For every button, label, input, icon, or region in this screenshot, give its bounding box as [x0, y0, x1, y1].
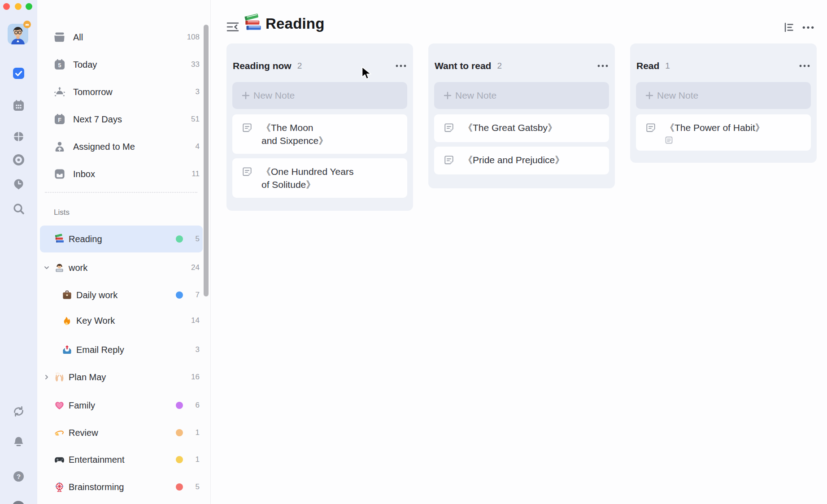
sidebar-list-daily-work[interactable]: Daily work7: [37, 282, 211, 308]
column-header: Read1: [636, 60, 810, 72]
books-icon: [54, 234, 65, 244]
sidebar-list-label: Brainstorming: [69, 482, 124, 492]
rail-help-button[interactable]: ?: [13, 470, 25, 482]
item-count: 5: [196, 482, 200, 491]
assigned-icon: [54, 141, 65, 152]
item-count: 7: [196, 291, 200, 300]
sidebar-item-assigned-to-me[interactable]: Assigned to Me4: [37, 133, 211, 160]
card-list: 《The Power of Habit》: [636, 114, 811, 151]
close-window-button[interactable]: [3, 3, 10, 10]
item-count: 33: [191, 60, 200, 69]
sidebar-list-reading[interactable]: Reading5: [37, 226, 211, 252]
sidebar: All1085Today33Tomorrow3FNext 7 Days51Ass…: [37, 0, 211, 504]
inbox-icon: [54, 168, 65, 180]
rail-calendar-button[interactable]: [13, 100, 25, 112]
technologist-icon: [54, 263, 65, 273]
item-count: 6: [196, 401, 200, 410]
heart-icon: [54, 400, 65, 411]
rail-search-button[interactable]: [13, 203, 25, 215]
card-title-line: 《Pride and Prejudice》: [463, 153, 564, 166]
note-card[interactable]: 《The Great Gatsby》: [434, 114, 609, 142]
more-icon[interactable]: [395, 62, 407, 70]
svg-text:5: 5: [58, 62, 61, 69]
column-title: Read: [636, 61, 659, 71]
sidebar-item-inbox[interactable]: Inbox11: [37, 161, 211, 187]
card-title-line: 《The Power of Habit》: [665, 121, 765, 134]
detail-indicator-icon: [665, 136, 673, 144]
note-card[interactable]: 《Pride and Prejudice》: [434, 147, 609, 174]
more-icon[interactable]: [799, 62, 810, 70]
sidebar-list-entertainment[interactable]: Entertainment1: [37, 446, 211, 473]
new-note-label: New Note: [253, 90, 295, 101]
chevron-down-icon[interactable]: [44, 265, 50, 271]
next7-icon: F: [54, 113, 65, 125]
list-color-dot: [176, 402, 183, 409]
card-title: 《The Great Gatsby》: [463, 121, 557, 134]
card-list: 《The Moonand Sixpence》《One Hundred Years…: [232, 114, 407, 198]
sidebar-item-next-7-days[interactable]: FNext 7 Days51: [37, 106, 211, 133]
sidebar-item-label: Next 7 Days: [73, 114, 122, 125]
card-title-line: of Solitude》: [261, 178, 353, 191]
new-note-button[interactable]: New Note: [434, 82, 609, 109]
rail-notifications-button[interactable]: [13, 436, 25, 448]
sidebar-list-work[interactable]: work24: [37, 254, 211, 281]
sidebar-item-today[interactable]: 5Today33: [37, 51, 211, 78]
card-body: 《Pride and Prejudice》: [463, 153, 564, 166]
plus-icon: [241, 91, 250, 100]
sidebar-list-family[interactable]: Family6: [37, 392, 211, 419]
chevron-right-icon[interactable]: [44, 374, 50, 380]
sidebar-list-plan-may[interactable]: Plan May16: [37, 364, 211, 391]
new-note-button[interactable]: New Note: [232, 82, 407, 109]
sidebar-list-key-work[interactable]: Key Work14: [37, 307, 211, 334]
sidebar-item-tomorrow[interactable]: Tomorrow3: [37, 78, 211, 105]
item-count: 5: [196, 235, 200, 243]
rail-focus-button[interactable]: [13, 178, 25, 191]
card-title-line: 《One Hundred Years: [261, 165, 353, 178]
rail-tasks-button[interactable]: [13, 67, 25, 79]
note-card[interactable]: 《One Hundred Yearsof Solitude》: [232, 158, 407, 198]
column-title: Reading now: [233, 61, 292, 71]
card-title: 《One Hundred Yearsof Solitude》: [261, 165, 353, 191]
app-window: ? All1085Today33Tomorrow3FNext 7 Days51A…: [0, 0, 827, 504]
focus-pin-icon: [13, 178, 25, 191]
sidebar-item-label: Inbox: [73, 169, 95, 179]
item-count: 51: [191, 115, 200, 124]
sidebar-item-all[interactable]: All108: [37, 24, 211, 51]
sidebar-list-email-reply[interactable]: Email Reply3: [37, 336, 211, 363]
sidebar-list-label: Email Reply: [76, 345, 124, 355]
more-icon[interactable]: [597, 62, 609, 70]
sort-icon[interactable]: [783, 22, 795, 33]
item-count: 3: [196, 345, 200, 354]
sidebar-list-label: Key Work: [76, 316, 115, 326]
sidebar-list-review[interactable]: Review1: [37, 419, 211, 446]
fire-icon: [62, 316, 72, 326]
raised-hands-icon: [54, 372, 65, 382]
zoom-window-button[interactable]: [26, 3, 32, 10]
card-body: 《The Moonand Sixpence》: [261, 121, 328, 147]
note-icon: [444, 155, 454, 165]
new-note-label: New Note: [455, 90, 496, 101]
more-icon[interactable]: [802, 22, 814, 32]
note-card[interactable]: 《The Moonand Sixpence》: [232, 114, 407, 154]
rail-sync-button[interactable]: [13, 405, 25, 417]
tomorrow-icon: [54, 86, 65, 98]
card-title: 《Pride and Prejudice》: [463, 153, 564, 166]
sidebar-scrollbar[interactable]: [204, 25, 209, 296]
card-title: 《The Moonand Sixpence》: [261, 121, 328, 147]
books-icon: [243, 13, 263, 32]
rail-habit-button[interactable]: [13, 154, 25, 166]
column-title: Want to read: [435, 61, 491, 71]
minimize-window-button[interactable]: [15, 3, 22, 10]
list-color-dot: [176, 235, 183, 243]
rail-matrix-button[interactable]: [13, 130, 25, 143]
ferris-icon: [54, 482, 65, 492]
note-card[interactable]: 《The Power of Habit》: [636, 114, 811, 151]
sidebar-divider: [45, 192, 197, 193]
sidebar-list-brainstorming[interactable]: Brainstorming5: [37, 474, 211, 500]
all-icon: [54, 31, 65, 43]
collapse-sidebar-icon[interactable]: [226, 21, 239, 33]
svg-text:F: F: [58, 117, 61, 123]
column-count: 1: [665, 61, 670, 71]
item-count: 4: [196, 142, 200, 151]
new-note-button[interactable]: New Note: [636, 82, 811, 109]
